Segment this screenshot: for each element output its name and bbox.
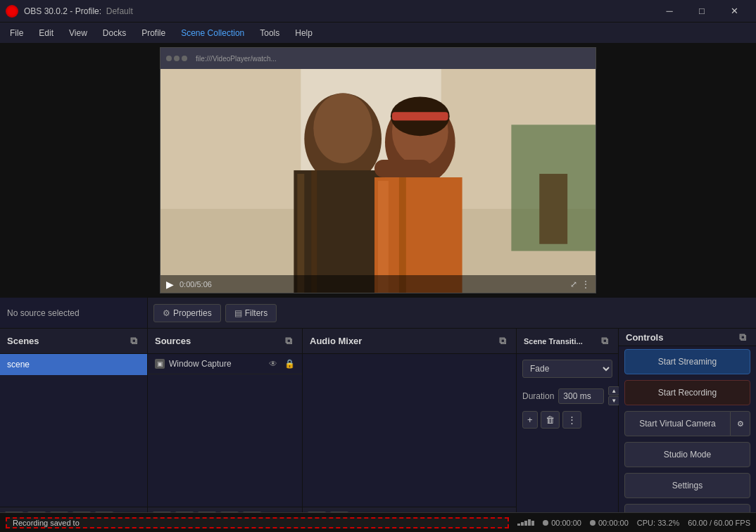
settings-button[interactable]: Settings [624,473,750,498]
preview-wrapper: file:///VideoPlayer/watch... [0,44,756,297]
scenes-title: Scenes [7,336,39,346]
transition-more-button[interactable]: ⋮ [562,411,581,429]
browser-dot-2 [174,56,179,61]
time-display: 0:00/5:06 [179,280,212,289]
profile-name: Default [106,6,133,16]
preview-controls-right: ⤢ ⋮ [570,279,590,289]
sources-panel: Sources ⧉ ▣ Window Capture 👁 🔒 + − ⚙ ▲ ▼ [148,329,303,532]
obs-app-icon [6,5,18,18]
preview-center: file:///VideoPlayer/watch... [0,44,756,297]
controls-panel-header: Controls ⧉ [619,329,756,346]
stream-time: 00:00:00 [551,519,581,527]
audio-panel: Audio Mixer ⧉ ⚙ ⋮ [303,329,517,532]
signal-bar-5 [531,521,534,526]
record-time: 00:00:00 [598,519,629,527]
duration-down[interactable]: ▼ [608,396,619,405]
sources-expand-icon[interactable]: ⧉ [282,334,295,348]
scenes-panel: Scenes ⧉ scene + − ▤ ▲ ▼ [0,329,148,532]
menu-tools[interactable]: Tools [253,25,286,41]
audio-expand-icon[interactable]: ⧉ [496,334,509,348]
preview-window: file:///VideoPlayer/watch... [160,47,596,293]
duration-row: Duration ▲ ▼ [517,384,618,408]
start-recording-button[interactable]: Start Recording [624,380,750,405]
duration-input[interactable] [558,388,604,404]
menubar: File Edit View Docks Profile Scene Colle… [0,23,756,44]
scenes-panel-header: Scenes ⧉ [0,329,147,354]
browser-url: file:///VideoPlayer/watch... [196,55,277,63]
transitions-expand-icon[interactable]: ⧉ [598,334,611,348]
signal-bars [517,519,534,526]
fullscreen-icon[interactable]: ⤢ [570,279,577,289]
bottom-panels: Scenes ⧉ scene + − ▤ ▲ ▼ Sources ⧉ [0,328,756,532]
browser-dots [166,56,187,61]
browser-bar: file:///VideoPlayer/watch... [160,48,596,69]
menu-file[interactable]: File [3,25,30,41]
eye-icon[interactable]: 👁 [269,359,277,369]
no-source-label: No source selected [7,308,80,318]
no-source-area: No source selected [0,298,148,328]
signal-bar-3 [524,521,527,526]
stream-dot [543,520,548,526]
controls-title: Controls [626,332,663,343]
duration-up[interactable]: ▲ [608,386,619,395]
transition-actions: + 🗑 ⋮ [517,408,618,431]
transitions-panel: Scene Transiti... ⧉ Fade Duration ▲ ▼ + … [517,329,619,532]
audio-panel-header: Audio Mixer ⧉ [303,329,516,354]
transition-add-button[interactable]: + [522,411,538,429]
svg-rect-7 [294,170,385,293]
audio-content [303,354,516,507]
preview-image: ▶ 0:00/5:06 ⤢ ⋮ [160,69,596,293]
sources-list: ▣ Window Capture 👁 🔒 [148,354,302,507]
menu-docks[interactable]: Docks [96,25,133,41]
transitions-title: Scene Transiti... [524,337,583,346]
source-item-window-capture[interactable]: ▣ Window Capture 👁 🔒 [148,354,302,374]
minimize-button[interactable]: ─ [653,0,686,23]
sources-title: Sources [155,336,191,346]
record-dot [590,520,596,526]
browser-dot-3 [182,56,187,61]
play-button[interactable]: ▶ [166,279,174,290]
virtual-camera-settings-button[interactable]: ⚙ [731,411,750,436]
controls-expand-icon[interactable]: ⧉ [736,330,749,345]
app-body: file:///VideoPlayer/watch... [0,44,756,532]
menu-help[interactable]: Help [288,25,320,41]
properties-button[interactable]: ⚙ Properties [153,304,221,322]
stream-time-segment: 00:00:00 [543,519,581,527]
start-streaming-button[interactable]: Start Streaming [624,349,750,374]
duration-label: Duration [522,391,554,401]
scenes-expand-icon[interactable]: ⧉ [127,334,140,348]
menu-view[interactable]: View [62,25,94,41]
maximize-button[interactable]: □ [686,0,718,23]
scenes-list: scene [0,354,147,507]
menu-profile[interactable]: Profile [134,25,172,41]
recording-saved-bar: Recording saved to [6,517,509,528]
filters-button[interactable]: ▤ Filters [225,304,277,322]
menu-edit[interactable]: Edit [32,25,61,41]
signal-bar-2 [521,522,524,526]
start-virtual-camera-button[interactable]: Start Virtual Camera [624,411,731,436]
titlebar: OBS 30.0.2 - Profile: Default ─ □ ✕ [0,0,756,23]
titlebar-title: OBS 30.0.2 - Profile: Default [24,6,653,16]
scene-item-scene[interactable]: scene [0,354,147,375]
lock-icon[interactable]: 🔒 [284,359,295,369]
fps-label: 60.00 / 60.00 FPS [688,519,750,527]
recording-saved-label: Recording saved to [13,519,80,527]
statusbar: Recording saved to 00:00:00 00:00:00 CPU… [0,512,756,532]
transition-delete-button[interactable]: 🗑 [541,411,560,429]
svg-rect-9 [311,170,317,293]
window-capture-label: Window Capture [169,359,232,369]
svg-point-6 [313,93,372,163]
preview-overlay: ▶ 0:00/5:06 ⤢ ⋮ [160,275,596,293]
signal-bar-4 [528,519,531,526]
studio-mode-button[interactable]: Studio Mode [624,442,750,467]
filter-icon: ▤ [234,308,242,318]
more-options-icon[interactable]: ⋮ [581,279,590,289]
menu-scene-collection[interactable]: Scene Collection [174,25,251,41]
transition-select[interactable]: Fade [522,360,612,378]
signal-bar-1 [517,524,520,526]
cpu-label: CPU: 33.2% [637,519,680,527]
titlebar-controls: ─ □ ✕ [653,0,750,23]
transitions-panel-header: Scene Transiti... ⧉ [517,329,618,354]
svg-rect-13 [392,112,448,120]
close-button[interactable]: ✕ [718,0,750,23]
